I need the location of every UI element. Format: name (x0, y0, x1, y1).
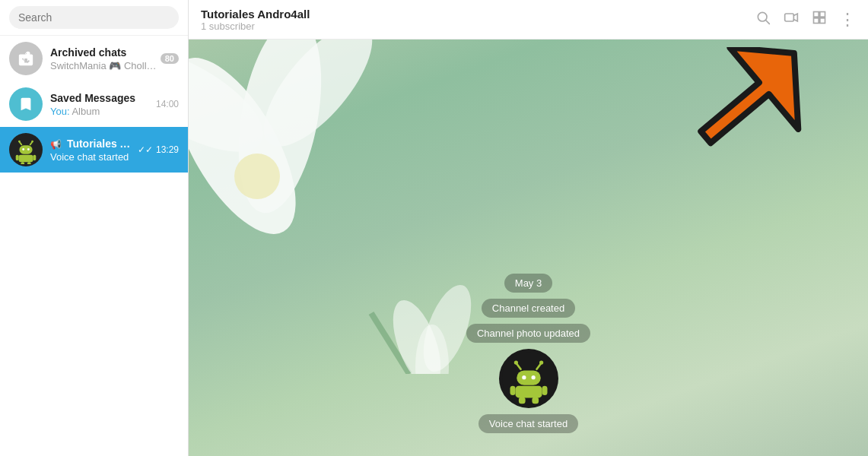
sidebar-item-saved[interactable]: Saved Messages You: Album 14:00 (0, 81, 188, 127)
svg-rect-19 (820, 18, 825, 24)
svg-rect-10 (33, 155, 37, 161)
saved-content: Saved Messages You: Album (50, 92, 156, 117)
menu-icon[interactable]: ⋮ (839, 10, 856, 30)
svg-rect-18 (814, 18, 819, 24)
svg-point-6 (22, 148, 24, 150)
layout-icon[interactable] (812, 10, 827, 29)
archived-preview-text: SwitchMania 🎮 Chollometr... (50, 60, 161, 71)
archived-preview: SwitchMania 🎮 Chollometr... (50, 60, 161, 71)
svg-rect-40 (542, 386, 547, 395)
svg-point-37 (531, 375, 535, 379)
chat-background: May 3 Channel created Channel photo upda… (189, 40, 868, 456)
svg-rect-42 (532, 397, 539, 404)
chat-subtitle: 1 subscriber (201, 21, 755, 32)
channel-content: 📢 Tutoriales Andro4all Voice chat starte… (50, 138, 138, 163)
saved-meta: 14:00 (156, 99, 179, 109)
archived-content: Archived chats SwitchMania 🎮 Chollometr.… (50, 46, 161, 71)
archived-meta: 80 (161, 53, 179, 64)
avatar-channel (9, 133, 43, 166)
svg-point-2 (18, 141, 21, 143)
channel-preview: Voice chat started (50, 151, 138, 163)
channel-time: 13:29 (156, 144, 179, 155)
svg-rect-35 (517, 371, 541, 385)
chat-title-area: Tutoriales Andro4all 1 subscriber (201, 8, 755, 32)
svg-rect-8 (19, 155, 33, 163)
sidebar: Archived chats SwitchMania 🎮 Chollometr.… (0, 0, 189, 456)
channel-name: 📢 Tutoriales Andro4all (50, 138, 138, 150)
channel-icon: 📢 (50, 139, 62, 150)
channel-large-avatar (499, 349, 558, 408)
chat-header: Tutoriales Andro4all 1 subscriber (189, 0, 868, 40)
header-icons: ⋮ (755, 10, 856, 30)
svg-point-32 (513, 360, 517, 364)
svg-rect-15 (785, 14, 794, 21)
messages-area: May 3 Channel created Channel photo upda… (466, 274, 590, 441)
svg-rect-9 (16, 155, 19, 161)
svg-rect-41 (518, 397, 525, 404)
search-bar (0, 0, 188, 36)
avatar-saved (9, 87, 43, 121)
date-bubble: May 3 (504, 274, 552, 293)
saved-name: Saved Messages (50, 92, 156, 104)
videocall-icon[interactable] (783, 10, 800, 29)
channel-photo-bubble: Channel photo updated (466, 324, 590, 343)
saved-preview-text: Album (72, 106, 100, 117)
search-icon[interactable] (755, 10, 771, 29)
chat-title: Tutoriales Andro4all (201, 8, 755, 21)
saved-time: 14:00 (156, 99, 179, 109)
channel-created-bubble: Channel created (482, 299, 575, 318)
svg-rect-16 (814, 12, 819, 17)
svg-rect-12 (27, 162, 31, 164)
svg-point-36 (522, 375, 526, 379)
channel-meta: ✓✓ 13:29 (138, 144, 179, 155)
archived-badge: 80 (161, 53, 179, 64)
svg-point-24 (234, 154, 280, 199)
saved-preview: You: Album (50, 106, 156, 117)
saved-preview-you: You: (50, 106, 72, 117)
svg-rect-39 (510, 386, 515, 395)
svg-rect-17 (820, 12, 825, 17)
archived-name: Archived chats (50, 46, 161, 59)
sidebar-item-archived[interactable]: Archived chats SwitchMania 🎮 Chollometr.… (0, 36, 188, 81)
svg-rect-38 (515, 386, 542, 398)
svg-point-4 (31, 141, 33, 143)
svg-rect-5 (19, 145, 32, 154)
search-input[interactable] (9, 6, 179, 29)
svg-point-34 (539, 360, 543, 364)
sidebar-item-channel[interactable]: 📢 Tutoriales Andro4all Voice chat starte… (0, 127, 188, 173)
main-chat: Tutoriales Andro4all 1 subscriber (189, 0, 868, 456)
svg-point-7 (27, 148, 30, 150)
avatar-archived (9, 42, 43, 75)
double-check-icon: ✓✓ (138, 144, 153, 155)
svg-line-14 (766, 21, 770, 24)
voice-chat-bubble: Voice chat started (479, 414, 578, 433)
svg-rect-11 (21, 162, 24, 164)
